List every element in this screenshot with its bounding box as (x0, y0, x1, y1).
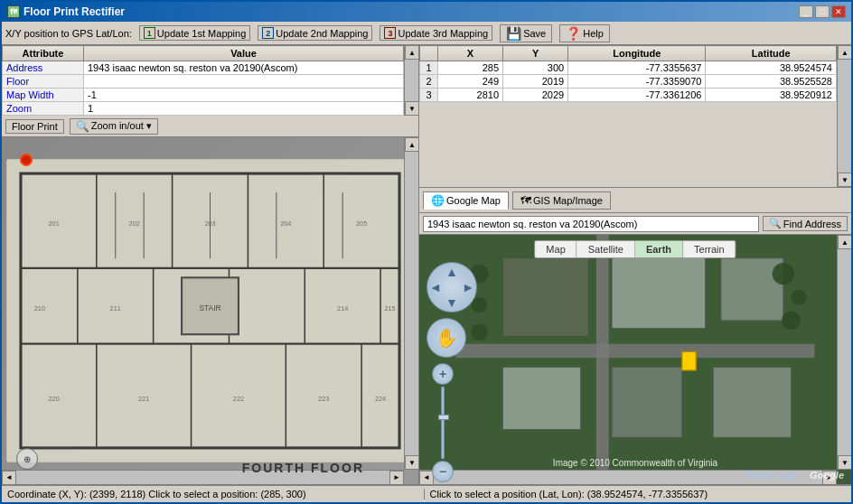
find-address-button[interactable]: 🔍 Find Address (763, 216, 848, 231)
nav-control: ▲ ▼ ◄ ► (426, 262, 477, 313)
update-3rd-mapping-button[interactable]: 3 Update 3rd Mapping (380, 25, 492, 41)
right-panel: X Y Longitude Latitude 1 285 300 (419, 45, 851, 484)
save-button[interactable]: 💾 Save (500, 24, 552, 42)
svg-text:202: 202 (129, 219, 140, 228)
close-button[interactable]: ✕ (831, 5, 846, 18)
nav-right-arrow[interactable]: ► (462, 280, 474, 294)
floor-plan-svg: STAIR 201 202 203 204 205 210 211 214 21… (2, 137, 418, 484)
attr-col-header: Attribute (3, 46, 84, 61)
coord-x-2: 249 (438, 75, 503, 89)
map-vscroll-up-btn[interactable]: ▲ (838, 235, 851, 249)
zoom-inout-button[interactable]: 🔍 Zoom in/out ▾ (70, 118, 158, 135)
floor-map-inner: ⊕ FOURTH FLOOR (2, 137, 418, 484)
zoom-thumb[interactable] (438, 415, 449, 420)
svg-rect-43 (502, 368, 580, 430)
gis-map-tab[interactable]: 🗺 GIS Map/Image (512, 191, 611, 210)
svg-text:205: 205 (356, 219, 367, 228)
attr-val-floor (84, 75, 404, 89)
gis-map-label: GIS Map/Image (533, 195, 603, 206)
svg-point-60 (773, 263, 794, 285)
attr-table: Attribute Value Address 1943 isaac newto… (2, 45, 404, 116)
map-copyright: Image © 2010 Commonwealth of Virginia (419, 458, 851, 468)
toolbar: X/Y position to GPS Lat/Lon: 1 Update 1s… (2, 22, 851, 45)
floor-map-vscrollbar[interactable]: ▲ ▼ (404, 137, 418, 470)
google-map-tab[interactable]: 🌐 Google Map (423, 191, 509, 210)
floor-print-button[interactable]: Floor Print (5, 119, 64, 134)
svg-point-62 (782, 312, 801, 331)
coord-scroll-down-btn[interactable]: ▼ (838, 173, 851, 187)
coord-row-1: 1 285 300 -77.3355637 38.9524574 (420, 61, 837, 75)
svg-rect-40 (596, 235, 609, 484)
terms-link[interactable]: Terms of use (745, 471, 797, 481)
coord-lat-2: 38.9525528 (706, 75, 837, 89)
nav-up-arrow[interactable]: ▲ (445, 265, 458, 279)
hscroll-right-btn[interactable]: ► (389, 471, 404, 485)
coord-rownum-1: 1 (420, 61, 438, 75)
scrollbar-down-btn[interactable]: ▼ (405, 101, 419, 116)
map-type-earth-btn[interactable]: Earth (635, 241, 683, 257)
north-indicator: ⊕ (16, 448, 38, 470)
map-vscrollbar[interactable]: ▲ ▼ (837, 235, 851, 470)
address-input[interactable] (423, 216, 759, 232)
coord-lat-1: 38.9524574 (706, 61, 837, 75)
coord-y-1: 300 (503, 61, 568, 75)
hscroll-left-btn[interactable]: ◄ (2, 471, 16, 485)
attr-val-address: 1943 isaac newton sq. reston va 20190(As… (84, 61, 404, 75)
coord-table-scrollbar[interactable]: ▲ ▼ (837, 45, 851, 187)
scrollbar-up-btn[interactable]: ▲ (405, 45, 419, 60)
maximize-button[interactable]: □ (815, 5, 830, 18)
map-type-terrain-btn[interactable]: Terrain (683, 241, 736, 257)
pan-icon: ✋ (436, 327, 458, 349)
svg-text:220: 220 (49, 395, 60, 403)
update-2nd-mapping-button[interactable]: 2 Update 2nd Mapping (258, 25, 372, 41)
gis-map-icon: 🗺 (520, 194, 531, 207)
svg-rect-44 (612, 368, 682, 438)
map-type-satellite-btn[interactable]: Satellite (577, 241, 635, 257)
coord-table-wrap: X Y Longitude Latitude 1 285 300 (419, 45, 837, 187)
find-address-label: Find Address (783, 219, 841, 229)
satellite-imagery-svg (419, 235, 851, 484)
help-button[interactable]: ❓ Help (559, 24, 610, 42)
update-2nd-label: Update 2nd Mapping (276, 28, 368, 39)
update-1st-mapping-button[interactable]: 1 Update 1st Mapping (139, 25, 250, 41)
help-icon: ❓ (566, 26, 581, 41)
svg-text:210: 210 (34, 304, 45, 313)
map-tabs: 🌐 Google Map 🗺 GIS Map/Image (419, 188, 851, 213)
attr-row-floor: Floor (3, 75, 404, 89)
svg-rect-63 (682, 351, 697, 370)
svg-text:214: 214 (337, 304, 348, 313)
coord-lon-1: -77.3355637 (568, 61, 706, 75)
floor-print-label: Floor Print (12, 121, 58, 132)
svg-text:224: 224 (375, 395, 386, 403)
svg-rect-41 (612, 250, 706, 328)
map-type-map-btn[interactable]: Map (535, 241, 576, 257)
nav-down-arrow[interactable]: ▼ (445, 295, 458, 310)
status-left: Coordinate (X, Y): (2399, 2118) Click to… (7, 489, 424, 499)
floor-label: FOURTH FLOOR (242, 461, 364, 475)
map-imagery (419, 235, 851, 484)
minimize-button[interactable]: _ (799, 5, 813, 18)
attr-table-scrollbar[interactable]: ▲ ▼ (404, 45, 418, 116)
nav-left-arrow[interactable]: ◄ (429, 280, 442, 294)
svg-rect-39 (456, 344, 815, 359)
floor-map: ⊕ FOURTH FLOOR (2, 137, 418, 484)
zoom-in-button[interactable]: + (432, 363, 454, 385)
title-controls: _ □ ✕ (799, 5, 846, 18)
coord-scroll-up-btn[interactable]: ▲ (838, 45, 851, 60)
attr-row-mapwidth: Map Width -1 (3, 89, 404, 102)
zoom-icon: 🔍 (76, 120, 89, 133)
zoom-slider[interactable] (441, 387, 445, 459)
nav-circle: ▲ ▼ ◄ ► (426, 262, 477, 313)
map-type-bar: Map Satellite Earth Terrain (534, 240, 736, 258)
map-scroll-up-btn[interactable]: ▲ (405, 137, 418, 152)
map-scroll-down-btn[interactable]: ▼ (405, 455, 418, 470)
attr-table-wrap: Attribute Value Address 1943 isaac newto… (2, 45, 404, 116)
svg-text:222: 222 (233, 395, 244, 403)
svg-rect-42 (721, 258, 783, 321)
google-logo: Google (810, 470, 844, 481)
status-bar: Coordinate (X, Y): (2399, 2118) Click to… (2, 484, 851, 502)
status-right: Click to select a position (Lat, Lon): (… (424, 489, 847, 499)
map-container: Map Satellite Earth Terrain N ▲ ▼ ◄ (419, 235, 851, 484)
title-bar: 🗺 Floor Print Rectifier _ □ ✕ (2, 2, 851, 22)
pan-circle-button[interactable]: ✋ (426, 318, 466, 358)
